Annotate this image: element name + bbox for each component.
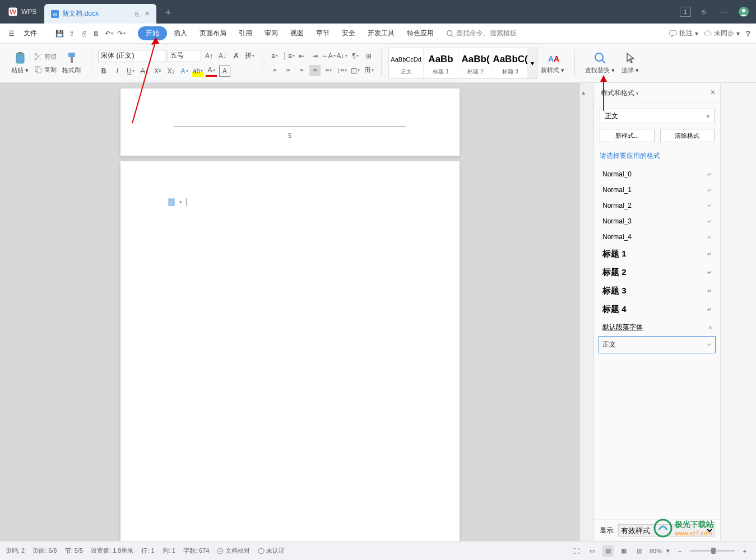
decrease-indent-button[interactable]: ⇤ — [296, 50, 307, 62]
save-icon[interactable]: 💾 — [54, 28, 65, 39]
set-value-status[interactable]: 设置值: 1.9厘米 — [91, 547, 133, 555]
sync-button[interactable]: 未同步 ▾ — [704, 29, 740, 38]
strikethrough-button[interactable]: A — [138, 66, 150, 77]
align-right-button[interactable]: ≡ — [296, 65, 307, 76]
underline-button[interactable]: U — [125, 66, 136, 77]
document-tab[interactable]: W 新文档.docx ⎘ ✕ — [44, 4, 156, 24]
copy-button[interactable]: 复制 — [32, 64, 59, 75]
justify-button[interactable]: ≡ — [309, 65, 321, 76]
section-status[interactable]: 节: 5/5 — [65, 547, 83, 555]
italic-button[interactable]: I — [112, 66, 123, 77]
current-style-select[interactable]: 正文 — [600, 109, 715, 123]
hamburger-icon[interactable]: ☰ — [6, 28, 17, 39]
superscript-button[interactable]: X² — [152, 66, 163, 77]
show-marks-button[interactable]: ⊞ — [363, 50, 374, 62]
new-style-button[interactable]: AA 新样式 ▾ — [537, 49, 568, 77]
panel-title[interactable]: 样式和格式 — [594, 83, 720, 103]
web-layout-icon[interactable]: ▦ — [618, 545, 629, 557]
subscript-button[interactable]: X₂ — [165, 66, 177, 77]
read-mode-icon[interactable]: ▭ — [587, 545, 598, 557]
style-list-item[interactable]: 标题 4↵ — [599, 300, 716, 319]
style-heading2[interactable]: AaBb( 标题 2 — [458, 48, 493, 78]
bold-button[interactable]: B — [98, 66, 109, 77]
style-list-item[interactable]: Normal_3↵ — [599, 213, 716, 229]
grow-font-button[interactable]: A↑ — [203, 50, 215, 62]
tab-special[interactable]: 特色应用 — [401, 26, 439, 41]
tab-pin-button[interactable]: ⎘ — [134, 10, 140, 18]
style-list-item[interactable]: 默认段落字体a — [599, 319, 716, 336]
print-preview-icon[interactable]: 🗎 — [91, 28, 102, 39]
sort-button[interactable]: A↓ — [336, 50, 347, 62]
select-button[interactable]: 选择 ▾ — [618, 49, 642, 77]
align-left-button[interactable]: ≡ — [269, 65, 280, 76]
align-center-button[interactable]: ≡ — [282, 65, 294, 76]
style-gallery-expand[interactable]: ▾ — [528, 48, 537, 78]
tab-close-button[interactable]: ✕ — [143, 9, 151, 18]
para-symbol-button[interactable]: ¶ — [350, 50, 361, 62]
numbering-button[interactable]: ⋮≡ — [282, 50, 294, 62]
text-effects-button[interactable]: A — [179, 66, 190, 77]
font-color-button[interactable]: A — [206, 66, 217, 77]
style-list-item[interactable]: 标题 2↵ — [599, 263, 716, 282]
help-button[interactable]: ? — [745, 29, 750, 38]
phonetic-button[interactable]: 拼 — [244, 50, 255, 62]
page-status[interactable]: 页面: 6/6 — [33, 547, 57, 555]
tab-start[interactable]: 开始 — [138, 26, 167, 40]
outline-icon[interactable]: ▥ — [634, 545, 645, 557]
style-list-item[interactable]: 标题 3↵ — [599, 282, 716, 300]
zoom-slider[interactable] — [690, 550, 735, 552]
tab-references[interactable]: 引用 — [233, 26, 258, 41]
zoom-in-button[interactable]: + — [739, 545, 750, 557]
font-size-select[interactable] — [168, 50, 201, 62]
print-icon[interactable]: 🖨 — [78, 28, 90, 39]
style-list-item[interactable]: 正文↵ — [599, 336, 716, 353]
user-icon[interactable] — [736, 4, 752, 20]
document-page[interactable]: ▾ — [120, 161, 460, 541]
find-replace-button[interactable]: 查找替换 ▾ — [582, 49, 618, 77]
document-viewport[interactable]: 5 ▾ — [0, 83, 579, 541]
page-code-status[interactable]: 页码: 2 — [6, 547, 25, 555]
new-tab-button[interactable]: ＋ — [156, 0, 180, 24]
annotate-button[interactable]: 批注 ▾ — [669, 29, 698, 38]
paste-button[interactable]: 粘贴 ▾ — [8, 49, 32, 77]
style-list[interactable]: Normal_0↵Normal_1↵Normal_2↵Normal_3↵Norm… — [594, 164, 720, 519]
bullets-button[interactable]: ≡ — [269, 50, 280, 62]
style-heading3[interactable]: AaBbC( 标题 3 — [493, 48, 528, 78]
style-list-item[interactable]: Normal_1↵ — [599, 182, 716, 198]
char-border-button[interactable]: A — [219, 66, 230, 77]
up-icon[interactable]: ▴ — [582, 88, 592, 99]
search-box[interactable]: 查找命令、搜索模板 — [446, 29, 517, 38]
minimize-button[interactable]: — — [716, 4, 731, 20]
redo-button[interactable]: ↷ — [115, 28, 127, 39]
doc-check-status[interactable]: 文档校对 — [217, 547, 250, 555]
format-painter-button[interactable]: 格式刷 — [59, 49, 84, 77]
style-list-item[interactable]: Normal_2↵ — [599, 198, 716, 213]
shading-button[interactable]: ◫ — [350, 65, 361, 76]
style-list-item[interactable]: 标题 1↵ — [599, 245, 716, 263]
row-status[interactable]: 行: 1 — [141, 547, 154, 555]
tab-view[interactable]: 视图 — [285, 26, 309, 41]
auth-status[interactable]: 未认证 — [258, 547, 285, 555]
fullscreen-icon[interactable]: ⛶ — [571, 545, 582, 557]
clear-format-panel-button[interactable]: 清除格式 — [660, 129, 715, 142]
distributed-button[interactable]: ≡ — [323, 65, 334, 76]
font-family-select[interactable] — [98, 50, 165, 62]
cut-button[interactable]: 剪切 — [32, 52, 59, 62]
undo-button[interactable]: ↶ — [103, 28, 114, 39]
char-scale-button[interactable]: ↔A — [323, 50, 334, 62]
export-icon[interactable]: ⇪ — [66, 28, 77, 39]
new-style-panel-button[interactable]: 新样式... — [600, 129, 655, 142]
zoom-level[interactable]: 80% — [650, 548, 662, 554]
line-spacing-button[interactable]: ↕≡ — [336, 65, 347, 76]
style-heading1[interactable]: AaBb 标题 1 — [424, 48, 458, 78]
word-count-status[interactable]: 字数: 674 — [183, 547, 209, 555]
print-layout-icon[interactable]: ▤ — [602, 545, 614, 557]
panel-close-button[interactable]: ✕ — [710, 88, 716, 96]
tab-review[interactable]: 审阅 — [259, 26, 284, 41]
shrink-font-button[interactable]: A↓ — [217, 50, 228, 62]
borders-button[interactable]: 田 — [363, 65, 374, 76]
increase-indent-button[interactable]: ⇥ — [309, 50, 321, 62]
file-menu[interactable]: 文件 — [18, 26, 43, 41]
style-list-item[interactable]: Normal_0↵ — [599, 166, 716, 182]
window-counter[interactable]: 1 — [680, 7, 691, 17]
